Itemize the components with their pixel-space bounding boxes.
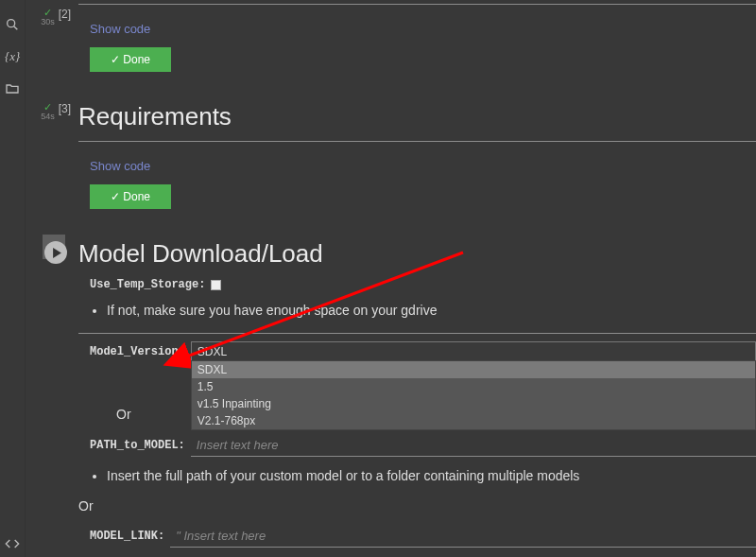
model-version-options: SDXL 1.5 v1.5 Inpainting V2.1-768px (191, 360, 756, 430)
model-version-label: Model_Version: (90, 345, 185, 358)
model-version-selected[interactable]: SDXL (191, 341, 756, 362)
svg-line-1 (14, 26, 18, 30)
model-link-label: MODEL_LINK: (90, 530, 164, 543)
search-icon[interactable] (5, 17, 20, 32)
divider (78, 4, 756, 5)
cell-3-num: [3] (59, 102, 71, 115)
cell-3-time: 54s (41, 112, 55, 121)
path-to-model-input[interactable] (191, 434, 756, 457)
divider (78, 333, 756, 334)
model-version-dropdown[interactable]: SDXL SDXL 1.5 v1.5 Inpainting V2.1-768px (191, 341, 756, 362)
done-button[interactable]: Done (90, 184, 171, 209)
divider (78, 141, 756, 142)
cell-2-time: 30s (41, 17, 55, 26)
done-button[interactable]: Done (90, 47, 171, 72)
or-text-2: Or (78, 498, 756, 513)
model-download-heading: Model Download/Load (78, 239, 756, 269)
show-code-link[interactable]: Show code (78, 14, 150, 47)
code-icon[interactable] (5, 536, 20, 551)
left-rail: {x} (0, 0, 26, 557)
model-link-input[interactable] (170, 525, 756, 548)
run-cell-button[interactable] (44, 241, 67, 264)
use-temp-storage-checkbox[interactable] (211, 280, 221, 290)
svg-marker-2 (53, 248, 61, 258)
temp-storage-note: If not, make sure you have enough space … (107, 301, 756, 320)
option-v21-768[interactable]: V2.1-768px (192, 412, 755, 429)
cell-4-model-download: Model Download/Load Use_Temp_Storage: If… (26, 232, 756, 557)
path-to-model-label: PATH_to_MODEL: (90, 439, 185, 452)
variables-icon[interactable]: {x} (5, 49, 20, 64)
option-1-5[interactable]: 1.5 (192, 378, 755, 395)
use-temp-storage-label: Use_Temp_Storage: (90, 278, 205, 291)
option-sdxl[interactable]: SDXL (192, 361, 755, 378)
folder-icon[interactable] (5, 81, 20, 96)
requirements-heading: Requirements (78, 102, 756, 131)
option-v15-inpainting[interactable]: v1.5 Inpainting (192, 395, 755, 412)
or-text-1: Or (116, 407, 131, 422)
path-note: Insert the full path of your custom mode… (107, 466, 756, 485)
cell-3: ✓ 54s [3] Requirements Show code Done (26, 95, 756, 218)
show-code-link[interactable]: Show code (78, 151, 150, 184)
notebook-main: ✓ 30s [2] Show code Done ✓ 54s [3] Requi… (26, 0, 756, 557)
cell-2-num: [2] (59, 8, 71, 21)
cell-2: ✓ 30s [2] Show code Done (26, 0, 756, 81)
svg-point-0 (8, 20, 15, 27)
